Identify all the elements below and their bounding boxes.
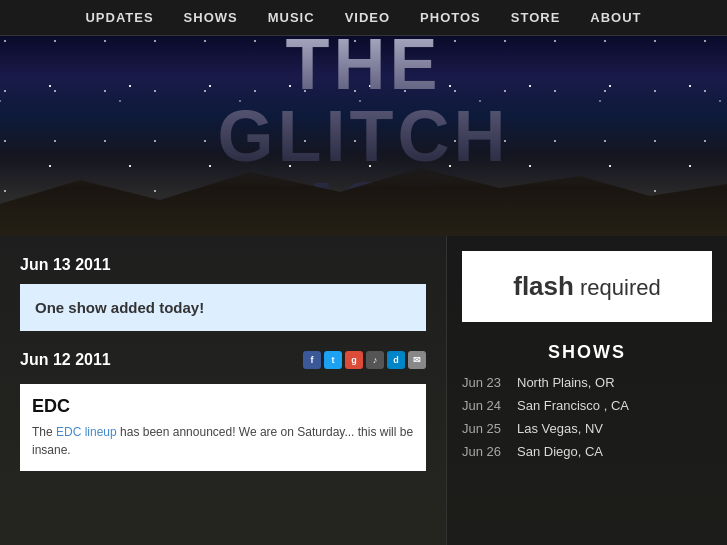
show-row-0: Jun 23 North Plains, OR <box>462 375 712 390</box>
nav-video[interactable]: VIDEO <box>345 10 390 25</box>
flash-bold-text: flash <box>513 271 574 301</box>
shows-section-title: SHOWS <box>462 342 712 363</box>
share-google-icon[interactable]: g <box>345 351 363 369</box>
logo-container: THE GLITCH MOB <box>182 36 546 236</box>
show-date-0: Jun 23 <box>462 375 517 390</box>
show-row-3: Jun 26 San Diego, CA <box>462 444 712 459</box>
show-row-2: Jun 25 Las Vegas, NV <box>462 421 712 436</box>
show-venue-3: San Diego, CA <box>517 444 603 459</box>
flash-required-box: flash required <box>462 251 712 322</box>
show-date-1: Jun 24 <box>462 398 517 413</box>
flash-rest-text: required <box>574 275 661 300</box>
main-content: Jun 13 2011 One show added today! Jun 12… <box>0 236 727 545</box>
hero-banner: THE GLITCH MOB <box>0 36 727 236</box>
show-row-1: Jun 24 San Francisco , CA <box>462 398 712 413</box>
main-nav: UPDATES SHOWS MUSIC VIDEO PHOTOS STORE A… <box>0 0 727 36</box>
show-venue-1: San Francisco , CA <box>517 398 629 413</box>
share-facebook-icon[interactable]: f <box>303 351 321 369</box>
site-logo: THE GLITCH MOB <box>182 36 546 236</box>
post-entry-2: EDC The EDC lineup has been announced! W… <box>20 384 426 471</box>
post-date-1: Jun 13 2011 <box>20 256 426 274</box>
share-apple-icon[interactable]: ♪ <box>366 351 384 369</box>
edc-lineup-link[interactable]: EDC lineup <box>56 425 117 439</box>
post-entry-body-2: The EDC lineup has been announced! We ar… <box>32 423 414 459</box>
post-body-prefix: The <box>32 425 56 439</box>
show-venue-0: North Plains, OR <box>517 375 615 390</box>
show-date-3: Jun 26 <box>462 444 517 459</box>
post-title-1: One show added today! <box>35 299 411 316</box>
post-date-2: Jun 12 2011 <box>20 351 111 369</box>
nav-updates[interactable]: UPDATES <box>85 10 153 25</box>
post-highlight-1: One show added today! <box>20 284 426 331</box>
nav-about[interactable]: ABOUT <box>590 10 641 25</box>
nav-photos[interactable]: PHOTOS <box>420 10 481 25</box>
nav-shows[interactable]: SHOWS <box>184 10 238 25</box>
share-email-icon[interactable]: ✉ <box>408 351 426 369</box>
social-share-row: f t g ♪ d ✉ <box>303 351 426 369</box>
nav-store[interactable]: STORE <box>511 10 561 25</box>
posts-column: Jun 13 2011 One show added today! Jun 12… <box>0 236 447 545</box>
share-twitter-icon[interactable]: t <box>324 351 342 369</box>
right-column: flash required SHOWS Jun 23 North Plains… <box>447 236 727 545</box>
share-delicious-icon[interactable]: d <box>387 351 405 369</box>
post-entry-title-2: EDC <box>32 396 414 417</box>
nav-music[interactable]: MUSIC <box>268 10 315 25</box>
show-venue-2: Las Vegas, NV <box>517 421 603 436</box>
show-date-2: Jun 25 <box>462 421 517 436</box>
